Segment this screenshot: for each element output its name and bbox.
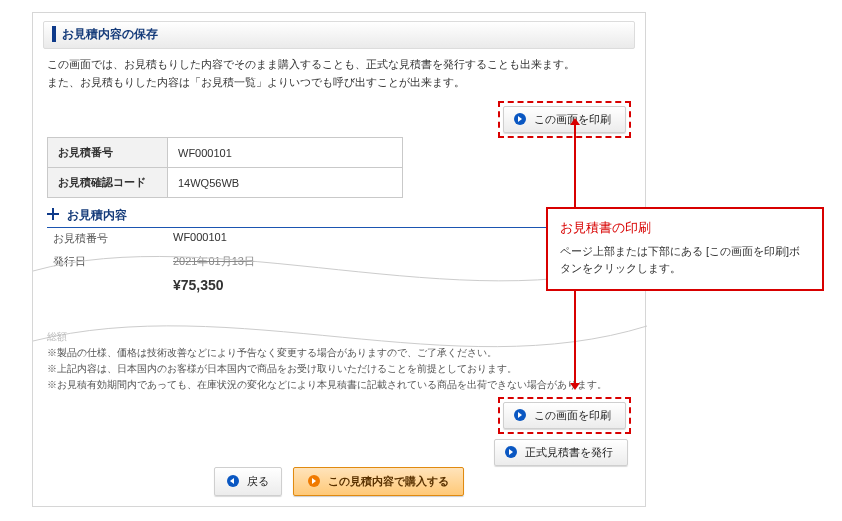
chevron-right-icon: [308, 475, 320, 487]
callout-leader-line: [574, 124, 576, 207]
instruction-callout: お見積書の印刷 ページ上部または下部にある [この画面を印刷]ボタンをクリックし…: [546, 207, 824, 291]
detail-label: [53, 277, 173, 293]
lead-line-1: この画面では、お見積もりした内容でそのまま購入することも、正式な見積書を発行する…: [47, 55, 631, 73]
table-row: お見積番号 WF000101: [48, 138, 403, 168]
arrow-down-icon: [570, 383, 580, 390]
total-faded-label: 総額: [47, 331, 67, 342]
chevron-right-icon: [505, 446, 517, 458]
subheader-label: お見積内容: [67, 208, 127, 222]
print-button-bottom-label: この画面を印刷: [534, 409, 611, 421]
back-button[interactable]: 戻る: [214, 467, 282, 496]
quotation-info-table: お見積番号 WF000101 お見積確認コード 14WQ56WB: [47, 137, 403, 198]
chevron-left-icon: [227, 475, 239, 487]
chevron-right-icon: [514, 113, 526, 125]
info-label: お見積番号: [48, 138, 168, 168]
chevron-right-icon: [514, 409, 526, 421]
print-button-bottom-highlight: この画面を印刷: [498, 397, 631, 434]
dashed-highlight: この画面を印刷: [498, 101, 631, 138]
lead-text: この画面では、お見積もりした内容でそのまま購入することも、正式な見積書を発行する…: [47, 55, 631, 91]
table-row: お見積確認コード 14WQ56WB: [48, 168, 403, 198]
note-line: ※上記内容は、日本国内のお客様が日本国内で商品をお受け取りいただけることを前提と…: [47, 361, 633, 377]
issue-quotation-button[interactable]: 正式見積書を発行: [494, 439, 628, 466]
print-button-top[interactable]: この画面を印刷: [503, 106, 626, 133]
arrow-up-icon: [570, 118, 580, 125]
info-label: お見積確認コード: [48, 168, 168, 198]
note-line: ※お見積有効期間内であっても、在庫状況の変化などにより本見積書に記載されている商…: [47, 377, 633, 393]
print-button-top-highlight: この画面を印刷: [498, 101, 631, 138]
lead-line-2: また、お見積もりした内容は「お見積一覧」よりいつでも呼び出すことが出来ます。: [47, 73, 631, 91]
callout-title: お見積書の印刷: [560, 219, 810, 237]
print-button-bottom[interactable]: この画面を印刷: [503, 402, 626, 429]
back-button-label: 戻る: [247, 475, 269, 487]
panel-title: お見積内容の保存: [52, 26, 626, 42]
callout-leader-line: [574, 289, 576, 384]
callout-body: ページ上部または下部にある [この画面を印刷]ボタンをクリックします。: [560, 243, 810, 277]
detail-label: 発行日: [53, 254, 173, 269]
purchase-button-label: この見積内容で購入する: [328, 475, 449, 487]
dashed-highlight: この画面を印刷: [498, 397, 631, 434]
purchase-button[interactable]: この見積内容で購入する: [293, 467, 464, 496]
info-value: 14WQ56WB: [168, 168, 403, 198]
bottom-action-bar: 戻る この見積内容で購入する: [33, 467, 645, 496]
detail-label: お見積番号: [53, 231, 173, 246]
disclaimer-notes: 総額 ※製品の仕様、価格は技術改善などにより予告なく変更する場合がありますので、…: [47, 329, 633, 393]
plus-icon: [47, 208, 59, 220]
issue-quotation-label: 正式見積書を発行: [525, 446, 613, 458]
note-line: ※製品の仕様、価格は技術改善などにより予告なく変更する場合がありますので、ご了承…: [47, 345, 633, 361]
info-value: WF000101: [168, 138, 403, 168]
panel-header: お見積内容の保存: [43, 21, 635, 49]
issue-quotation-wrap: 正式見積書を発行: [494, 439, 628, 466]
